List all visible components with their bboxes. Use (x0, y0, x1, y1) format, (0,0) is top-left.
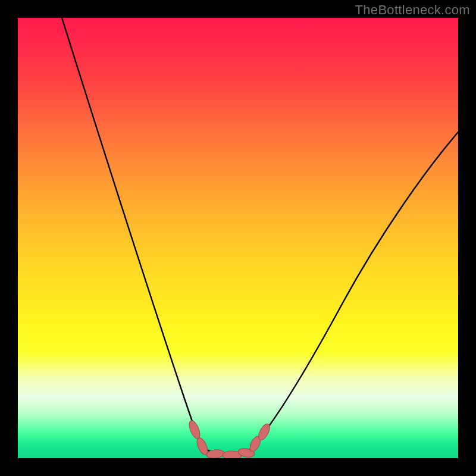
markers-group (187, 419, 273, 458)
curve-left-branch (62, 18, 203, 447)
curve-right-branch (253, 132, 458, 446)
left-end-marker (187, 419, 202, 440)
right-marker-2 (256, 422, 272, 441)
watermark-text: TheBottleneck.com (355, 2, 470, 18)
chart-frame: TheBottleneck.com (0, 0, 476, 476)
chart-svg (18, 18, 458, 458)
chart-plot-area (18, 18, 458, 458)
